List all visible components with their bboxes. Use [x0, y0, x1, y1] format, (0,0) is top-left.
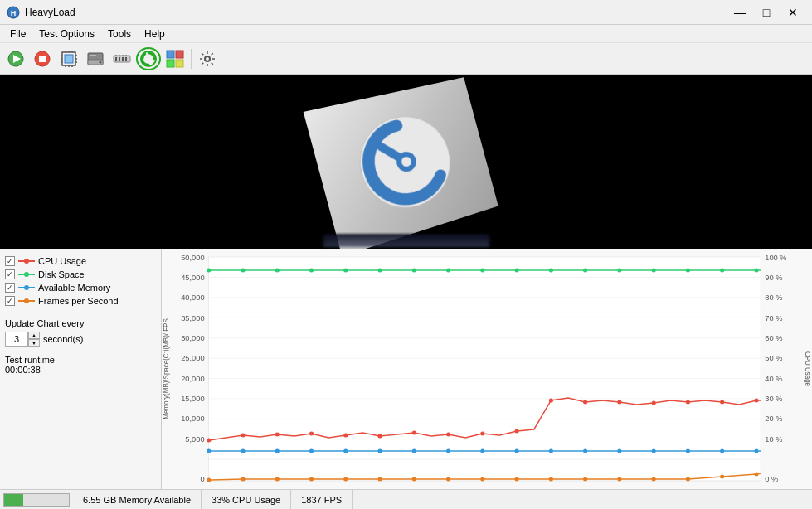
spinner-down[interactable]: ▼	[28, 339, 40, 347]
update-chart-row: ▲ ▼ second(s)	[5, 332, 156, 347]
svg-line-46	[202, 62, 203, 64]
svg-point-123	[652, 401, 656, 405]
svg-point-57	[24, 298, 29, 303]
app-title: HeavyLoad	[25, 7, 75, 18]
svg-point-118	[480, 432, 484, 436]
spinner-arrows: ▲ ▼	[28, 332, 40, 347]
gpu-stress-button[interactable]	[136, 47, 161, 70]
memory-legend-label: Available Memory	[38, 283, 110, 293]
settings-button[interactable]	[195, 47, 220, 70]
svg-point-102	[515, 269, 519, 273]
cpu-legend-line	[18, 257, 35, 265]
status-bar: 6.55 GB Memory Available 33% CPU Usage 1…	[0, 489, 812, 509]
memory-checkbox[interactable]: ✓	[5, 283, 15, 293]
bottom-section: ✓ CPU Usage ✓ Disk Space ✓	[0, 249, 812, 489]
svg-point-160	[754, 473, 758, 477]
svg-point-149	[377, 477, 382, 482]
close-button[interactable]: ✕	[780, 4, 805, 21]
svg-point-159	[720, 475, 724, 479]
svg-point-138	[583, 449, 587, 453]
svg-text:60 %: 60 %	[765, 334, 782, 342]
svg-point-101	[480, 269, 484, 273]
svg-point-93	[207, 269, 211, 273]
logo-card	[303, 77, 498, 249]
svg-text:15,000: 15,000	[181, 395, 204, 403]
svg-point-144	[207, 478, 211, 482]
menu-help[interactable]: Help	[138, 27, 172, 41]
play-button[interactable]	[3, 47, 28, 70]
svg-point-116	[412, 431, 416, 435]
svg-point-111	[241, 434, 245, 438]
disk-stress-button[interactable]	[83, 47, 108, 70]
cpu-checkbox[interactable]: ✓	[5, 256, 15, 266]
svg-text:50 %: 50 %	[765, 354, 782, 362]
svg-point-98	[377, 269, 382, 273]
svg-rect-34	[167, 51, 174, 58]
gpu-icon	[139, 50, 158, 68]
minimize-button[interactable]: —	[727, 4, 752, 21]
menu-file[interactable]: File	[3, 27, 32, 41]
stop-button[interactable]	[30, 47, 55, 70]
svg-text:100 %: 100 %	[765, 254, 786, 262]
svg-point-136	[515, 449, 519, 453]
svg-point-104	[583, 269, 587, 273]
stop-icon	[34, 51, 51, 67]
svg-text:35,000: 35,000	[181, 314, 204, 322]
play-icon	[7, 51, 24, 67]
svg-rect-28	[125, 57, 127, 61]
svg-text:20 %: 20 %	[765, 414, 782, 423]
svg-rect-35	[176, 51, 183, 58]
svg-rect-37	[176, 60, 183, 67]
spinner-up[interactable]: ▲	[28, 332, 40, 339]
svg-point-137	[549, 449, 553, 453]
svg-point-132	[377, 449, 382, 453]
fps-checkbox[interactable]: ✓	[5, 296, 15, 306]
y-axis-left-label: Memory(MB)/Space(C:)(MB)/ FPS	[163, 318, 170, 419]
title-bar: H HeavyLoad — □ ✕	[0, 0, 812, 25]
svg-point-109	[754, 269, 758, 273]
fps-legend-label: Frames per Second	[38, 296, 119, 306]
svg-point-153	[515, 477, 519, 482]
svg-point-126	[754, 399, 758, 403]
svg-text:20,000: 20,000	[181, 375, 204, 383]
performance-chart: 50,000 45,000 40,000 35,000 30,000 25,00…	[162, 249, 812, 489]
svg-text:10,000: 10,000	[181, 414, 204, 423]
svg-point-95	[275, 269, 280, 273]
disk-checkbox[interactable]: ✓	[5, 269, 15, 279]
status-progress-fill	[4, 494, 23, 506]
svg-point-135	[480, 449, 484, 453]
svg-point-121	[583, 400, 587, 405]
chart-area: 50,000 45,000 40,000 35,000 30,000 25,00…	[162, 249, 812, 489]
update-chart-section: Update Chart every ▲ ▼ second(s)	[5, 318, 156, 347]
svg-text:30,000: 30,000	[181, 334, 204, 342]
svg-point-133	[412, 449, 416, 453]
memory-stress-button[interactable]	[109, 47, 134, 70]
legend-cpu: ✓ CPU Usage	[5, 256, 156, 266]
settings-icon	[198, 50, 216, 68]
svg-point-106	[652, 269, 656, 273]
svg-point-117	[446, 433, 450, 437]
memory-legend-line	[18, 284, 35, 292]
runtime-label: Test runtime:	[5, 355, 156, 365]
maximize-button[interactable]: □	[754, 4, 779, 21]
custom-stress-button[interactable]	[163, 47, 187, 70]
svg-text:50,000: 50,000	[181, 254, 204, 262]
menu-test-options[interactable]: Test Options	[32, 27, 101, 41]
cpu-stress-button[interactable]	[56, 47, 81, 70]
seconds-unit-label: second(s)	[43, 334, 83, 344]
svg-point-147	[309, 477, 314, 482]
runtime-value: 00:00:38	[5, 365, 156, 375]
custom-icon	[165, 49, 185, 69]
svg-point-112	[275, 433, 280, 437]
svg-point-53	[24, 272, 29, 277]
svg-line-45	[212, 53, 213, 55]
app-icon: H	[7, 6, 20, 19]
svg-point-134	[446, 449, 450, 453]
left-panel: ✓ CPU Usage ✓ Disk Space ✓	[0, 249, 162, 489]
svg-text:40,000: 40,000	[181, 293, 204, 302]
seconds-input[interactable]	[5, 332, 28, 347]
svg-line-44	[212, 62, 213, 64]
y-axis-right-label: CPU Usage	[804, 351, 811, 387]
svg-point-38	[205, 56, 210, 61]
menu-tools[interactable]: Tools	[101, 27, 138, 41]
